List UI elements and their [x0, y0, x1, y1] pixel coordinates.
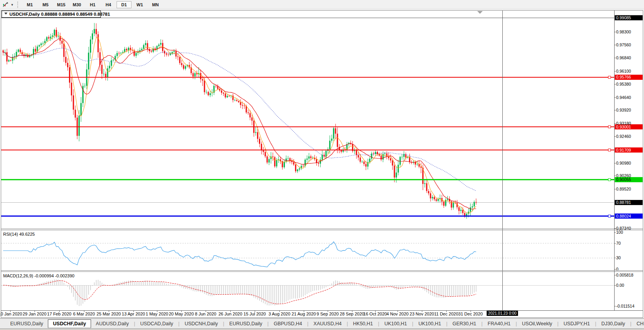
top-toolbar: ▾ M1M5M15M30H1H4D1W1MN — [0, 0, 644, 9]
tab-16-china300-h1[interactable]: CHINA300,H1 — [632, 320, 644, 328]
price-tick-label: 0.94640 — [616, 95, 631, 100]
price-tick-label: 0.96840 — [616, 55, 631, 60]
tool-dropdown-caret[interactable]: ▾ — [9, 3, 15, 7]
date-label: 25 Mar 2020 — [97, 312, 121, 316]
tab-10-uk100-h1[interactable]: UK100,H1 — [414, 320, 446, 328]
tab-3-usdcad-daily[interactable]: USDCAD,Daily — [135, 320, 178, 328]
tab-7-xauusd-h4[interactable]: XAUUSD,H4 — [309, 320, 347, 328]
chart-title-box[interactable]: USDCHF,Daily 0.88888 0.88894 0.88549 0.8… — [2, 11, 110, 17]
current-price-label: 0.88781 — [615, 200, 643, 205]
date-label: 21 Aug 2020 — [292, 312, 316, 316]
price-tick-label: 0.90980 — [616, 161, 631, 165]
chart-tool-icon[interactable] — [2, 1, 9, 8]
date-label: 20 May 2020 — [169, 312, 194, 316]
timeframe-button-M15[interactable]: M15 — [54, 1, 69, 8]
price-tick-label: 0.93180 — [616, 121, 631, 126]
chart-tabbar: EURUSD,DailyUSDCHF,DailyAUDUSD,Daily|USD… — [0, 318, 644, 328]
chart-title: USDCHF,Daily 0.88888 0.88894 0.88549 0.8… — [9, 12, 110, 16]
chart-tabs: EURUSD,DailyUSDCHF,DailyAUDUSD,Daily|USD… — [5, 319, 644, 328]
svg-text:0.88024: 0.88024 — [616, 214, 631, 218]
macd-tick-label: 0.005818 — [616, 273, 633, 277]
timeframe-button-M30[interactable]: M30 — [69, 1, 84, 8]
date-label: 28 Sep 2020 — [340, 312, 364, 316]
timeframe-button-H4[interactable]: H4 — [101, 1, 116, 8]
price-tick-label: 0.93920 — [616, 108, 631, 112]
tab-11-ger30-h1[interactable]: GER30,H1 — [448, 320, 481, 328]
date-label: 4 Nov 2020 — [387, 312, 409, 316]
rsi-tick-label: 30 — [616, 255, 621, 260]
tab-2-audusd-daily[interactable]: AUDUSD,Daily — [91, 320, 133, 328]
timeframe-button-H1[interactable]: H1 — [85, 1, 100, 8]
macd-label: MACD(12,26,9) -0.000994 -0.002390 — [3, 273, 75, 278]
date-label: 9 Sep 2020 — [317, 312, 339, 316]
date-label: 8 Jun 2020 — [195, 312, 216, 316]
tab-0-eurusd-daily[interactable]: EURUSD,Daily — [5, 320, 48, 328]
tab-15-dj30-daily[interactable]: DJ30,Daily — [597, 320, 629, 328]
price-tick-label: 0.95380 — [616, 82, 631, 86]
date-label: 3 Aug 2020 — [268, 312, 290, 316]
date-label: 31 Dec 2020 — [458, 312, 483, 316]
chart-canvas[interactable]: 0.957660.930010.917090.900550.880240.887… — [0, 9, 644, 318]
rsi-label: RSI(14) 49.6225 — [3, 232, 35, 236]
price-tick-label: 0.97560 — [616, 42, 631, 47]
macd-tick-label: 0.00 — [616, 283, 624, 288]
macd-tick-label: -0.011514 — [616, 304, 635, 308]
tab-4-usdcnh-daily[interactable]: USDCNH,Daily — [180, 320, 223, 328]
svg-text:0.95766: 0.95766 — [616, 75, 631, 79]
date-label: 16 Oct 2020 — [363, 312, 387, 316]
price-tick-label: 0.89520 — [616, 187, 631, 191]
taskbar-strip — [0, 328, 644, 330]
timeframe-button-group: M1M5M15M30H1H4D1W1MN — [22, 1, 163, 8]
svg-text:0.88781: 0.88781 — [616, 200, 631, 205]
date-label: 29 Jan 2020 — [23, 312, 47, 316]
timeframe-button-M5[interactable]: M5 — [38, 1, 53, 8]
date-label: 10 Jan 2020 — [0, 312, 22, 316]
tab-9-uk100-h1[interactable]: UK100,H1 — [379, 320, 412, 328]
tab-13-usoil-weekly[interactable]: USOil,Weekly — [517, 320, 557, 328]
date-label: 15 Jul 2020 — [244, 312, 266, 316]
rsi-tick-label: 100 — [616, 230, 623, 235]
date-label: 11 Dec 2020 — [434, 312, 458, 316]
svg-text:0.99085: 0.99085 — [616, 15, 631, 20]
tab-8-hk50-h1[interactable]: HK50,H1 — [348, 320, 378, 328]
svg-text:2021.01.23 0:00: 2021.01.23 0:00 — [488, 311, 517, 315]
price-tick-label: 0.92460 — [616, 134, 631, 139]
date-label: 26 Jun 2020 — [219, 312, 243, 316]
price-tick-label: 0.98300 — [616, 29, 631, 34]
toolbar-grip[interactable] — [17, 2, 18, 8]
crosshair-date-label: 2021.01.23 0:00 — [487, 311, 518, 316]
timeframe-button-W1[interactable]: W1 — [132, 1, 147, 8]
tab-5-eurusd-daily[interactable]: EURUSD,Daily — [224, 320, 267, 328]
timeframe-button-M1[interactable]: M1 — [22, 1, 37, 8]
date-label: 1 May 2020 — [146, 312, 168, 316]
date-label: 17 Feb 2020 — [47, 312, 71, 316]
date-label: 6 Mar 2020 — [73, 312, 95, 316]
svg-text:0.91709: 0.91709 — [616, 148, 631, 152]
rsi-tick-label: 70 — [616, 241, 621, 246]
timeframe-button-D1[interactable]: D1 — [117, 1, 131, 8]
tab-6-gbpusd-h4[interactable]: GBPUSD,H4 — [269, 320, 306, 328]
tab-12-fra40-h1[interactable]: FRA40,H1 — [483, 320, 515, 328]
crosshair-price-label: 0.99085 — [615, 15, 643, 20]
timeframe-button-MN[interactable]: MN — [148, 1, 163, 8]
price-tick-label: 0.96100 — [616, 69, 631, 73]
date-label: 23 Nov 2020 — [410, 312, 434, 316]
date-label: 13 Apr 2020 — [122, 312, 145, 316]
chart-window-border — [1, 10, 643, 317]
tab-1-usdchf-daily[interactable]: USDCHF,Daily — [48, 319, 91, 328]
price-tick-label: 0.90260 — [616, 173, 631, 178]
tab-14-usdjpy-h1[interactable]: USDJPY,H1 — [559, 320, 595, 328]
